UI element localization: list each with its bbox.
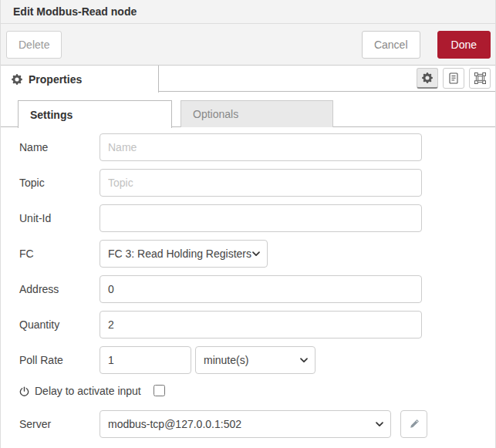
unitid-input[interactable] bbox=[100, 204, 422, 232]
topic-row: Topic bbox=[1, 169, 496, 197]
settings-tabbar: Settings Optionals bbox=[1, 100, 495, 127]
tab-optionals-label: Optionals bbox=[193, 108, 238, 120]
pollrate-input[interactable] bbox=[100, 346, 191, 374]
properties-gear-button[interactable] bbox=[417, 68, 438, 89]
edit-modbus-read-dialog: Edit Modbus-Read node Delete Cancel Done… bbox=[0, 0, 496, 448]
tab-properties[interactable]: Properties bbox=[1, 66, 159, 93]
server-label: Server bbox=[19, 410, 51, 438]
pencil-icon bbox=[409, 419, 420, 429]
gear-icon bbox=[12, 74, 22, 85]
unitid-row: Unit-Id bbox=[1, 204, 496, 232]
chevron-down-icon bbox=[376, 422, 383, 427]
delay-label-text: Delay to activate input bbox=[35, 385, 141, 397]
fc-select-value: FC 3: Read Holding Registers bbox=[108, 248, 251, 260]
server-edit-button[interactable] bbox=[400, 410, 427, 438]
name-label: Name bbox=[19, 133, 48, 161]
appearance-button[interactable] bbox=[469, 68, 491, 89]
quantity-input[interactable] bbox=[100, 311, 422, 339]
tab-properties-label: Properties bbox=[29, 73, 82, 86]
name-row: Name bbox=[1, 133, 496, 161]
fc-row: FC FC 3: Read Holding Registers bbox=[1, 240, 496, 268]
power-icon bbox=[19, 386, 29, 396]
tab-settings-label: Settings bbox=[30, 109, 73, 121]
cancel-button[interactable]: Cancel bbox=[362, 31, 420, 59]
unitid-label: Unit-Id bbox=[19, 204, 51, 232]
done-button[interactable]: Done bbox=[437, 31, 491, 59]
quantity-label: Quantity bbox=[19, 311, 59, 339]
dialog-toolbar: Delete Cancel Done bbox=[1, 24, 495, 66]
chevron-down-icon bbox=[252, 251, 260, 257]
pollrate-label: Poll Rate bbox=[19, 346, 63, 374]
delay-label: Delay to activate input bbox=[19, 379, 141, 403]
pollrate-unit-select[interactable]: minute(s) bbox=[195, 346, 315, 374]
pollrate-unit-value: minute(s) bbox=[204, 354, 248, 366]
address-row: Address bbox=[1, 275, 496, 303]
delete-button[interactable]: Delete bbox=[6, 31, 62, 59]
tray-icon-buttons bbox=[417, 68, 491, 89]
description-icon bbox=[448, 72, 459, 84]
name-input[interactable] bbox=[100, 133, 422, 161]
delay-checkbox[interactable] bbox=[154, 385, 165, 396]
description-button[interactable] bbox=[443, 68, 464, 89]
dialog-header: Edit Modbus-Read node bbox=[1, 0, 495, 24]
delay-row: Delay to activate input bbox=[1, 379, 496, 403]
topic-label: Topic bbox=[19, 169, 45, 197]
pollrate-row: Poll Rate minute(s) bbox=[1, 346, 496, 374]
address-input[interactable] bbox=[100, 275, 422, 303]
fc-select[interactable]: FC 3: Read Holding Registers bbox=[100, 240, 268, 268]
tab-optionals[interactable]: Optionals bbox=[181, 100, 333, 127]
tab-settings[interactable]: Settings bbox=[18, 100, 172, 128]
server-select-value: modbus-tcp@127.0.0.1:502 bbox=[108, 418, 241, 430]
fc-label: FC bbox=[19, 240, 34, 268]
chevron-down-icon bbox=[300, 358, 308, 363]
gear-icon bbox=[422, 72, 433, 83]
address-label: Address bbox=[19, 275, 59, 303]
appearance-icon bbox=[474, 72, 486, 84]
server-select[interactable]: modbus-tcp@127.0.0.1:502 bbox=[100, 410, 391, 438]
topic-input[interactable] bbox=[100, 169, 422, 197]
tray-tabbar: Properties bbox=[1, 66, 495, 92]
dialog-title: Edit Modbus-Read node bbox=[13, 5, 137, 18]
server-row: Server modbus-tcp@127.0.0.1:502 bbox=[1, 410, 496, 438]
quantity-row: Quantity bbox=[1, 311, 496, 339]
